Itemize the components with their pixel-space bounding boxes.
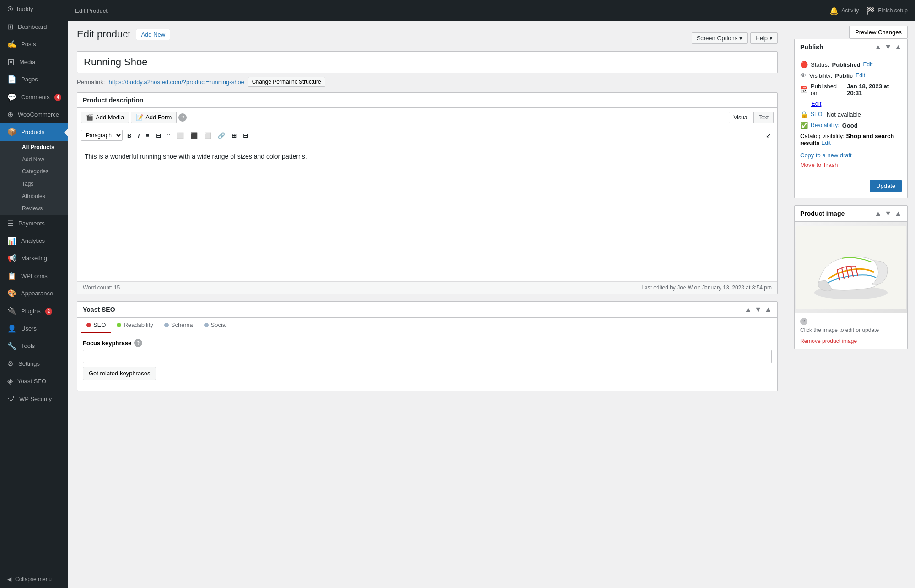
editor-help-icon[interactable]: ? [178,113,187,122]
catalog-edit-link[interactable]: Edit [821,140,831,146]
product-image-header[interactable]: Product image ▲ ▼ ▲ [795,206,907,222]
product-description-box: Product description 🎬 Add Media 📝 Add Fo… [77,92,778,294]
bold-button[interactable]: B [124,130,134,141]
add-media-button[interactable]: 🎬 Add Media [81,112,129,123]
sidebar-item-posts[interactable]: ✍ Posts [0,36,68,53]
sidebar-item-appearance[interactable]: 🎨 Appearance [0,285,68,302]
readability-label-link[interactable]: Readability: [811,122,840,128]
add-form-button[interactable]: 📝 Add Form [131,112,177,123]
collapse-menu[interactable]: ◀ Collapse menu [0,571,68,588]
activity-button[interactable]: 🔔 Activity [829,6,859,15]
yoast-collapse-down-icon[interactable]: ▼ [754,305,762,314]
sidebar-item-marketing[interactable]: 📢 Marketing [0,250,68,267]
publish-box-header[interactable]: Publish ▲ ▼ ▲ [795,39,907,55]
right-panel: Preview Changes Publish ▲ ▼ ▲ 🔴 Status: [787,21,915,588]
align-left-button[interactable]: ⬜ [174,130,187,141]
yoast-tab-schema-label: Schema [171,321,193,328]
remove-product-image-button[interactable]: Remove product image [795,338,862,349]
sidebar-item-users[interactable]: 👤 Users [0,320,68,337]
yoast-minimize-icon[interactable]: ▲ [764,305,772,314]
finish-setup-button[interactable]: 🏁 Finish setup [866,6,908,15]
sidebar-item-yoast-seo[interactable]: ◈ Yoast SEO [0,373,68,390]
sidebar-item-settings[interactable]: ⚙ Settings [0,355,68,373]
sidebar-item-dashboard[interactable]: ⊞ Dashboard [0,18,68,36]
format-select[interactable]: Paragraph Heading 1 Heading 2 [81,130,123,141]
yoast-tab-seo[interactable]: SEO [81,318,111,333]
help-button[interactable]: Help ▾ [750,32,778,44]
product-title-input[interactable]: Running Shoe [77,51,778,73]
visibility-row: 👁 Visibility: Public Edit [800,72,902,79]
sidebar-item-plugins[interactable]: 🔌 Plugins 2 [0,302,68,320]
fullscreen-button[interactable]: ⤢ [763,130,774,141]
sidebar-item-payments[interactable]: ☰ Payments [0,215,68,232]
sidebar-item-label: Media [19,58,35,66]
align-right-button[interactable]: ⬜ [201,130,214,141]
sub-item-label: Tags [22,180,33,188]
sidebar-item-pages[interactable]: 📄 Pages [0,71,68,88]
plugins-icon: 🔌 [7,306,16,316]
sidebar-subitem-categories[interactable]: Categories [15,166,68,178]
sidebar-arrow [64,129,68,136]
text-tab[interactable]: Text [754,112,774,123]
publish-collapse-up-icon[interactable]: ▲ [874,43,882,51]
sidebar-item-comments[interactable]: 💬 Comments 4 [0,89,68,106]
description-box-header[interactable]: Product description [77,93,777,108]
sidebar-item-media[interactable]: 🖼 Media [0,53,68,71]
keyphrase-help-icon[interactable]: ? [134,339,142,347]
product-image-help-icon[interactable]: ? [800,318,807,325]
yoast-tab-readability[interactable]: Readability [111,318,158,333]
more-button[interactable]: ⊟ [240,130,251,141]
screen-options-button[interactable]: Screen Options ▾ [692,32,748,44]
status-edit-link[interactable]: Edit [863,61,873,68]
publish-collapse-down-icon[interactable]: ▼ [884,43,892,51]
media-actions: 🎬 Add Media 📝 Add Form ? [81,112,725,123]
italic-button[interactable]: I [135,130,142,141]
sidebar-item-wp-security[interactable]: 🛡 WP Security [0,390,68,407]
publish-minimize-icon[interactable]: ▲ [894,43,902,51]
visibility-edit-link[interactable]: Edit [856,72,865,79]
update-button[interactable]: Update [870,180,902,192]
blockquote-button[interactable]: " [165,130,173,141]
yoast-tab-schema[interactable]: Schema [159,318,199,333]
sidebar-subitem-reviews[interactable]: Reviews [15,203,68,215]
yoast-header[interactable]: Yoast SEO ▲ ▼ ▲ [77,302,777,318]
editor-content[interactable]: This is a wonderful running shoe with a … [77,144,777,281]
yoast-collapse-up-icon[interactable]: ▲ [744,305,752,314]
sidebar-item-label: Settings [18,360,40,368]
yoast-tab-social[interactable]: Social [199,318,232,333]
focus-keyphrase-input[interactable] [83,350,772,363]
sidebar-item-analytics[interactable]: 📊 Analytics [0,232,68,250]
yoast-tab-seo-label: SEO [93,321,106,328]
add-new-button[interactable]: Add New [136,29,170,40]
table-button[interactable]: ⊞ [229,130,239,141]
image-collapse-up-icon[interactable]: ▲ [874,209,882,218]
content-wrapper: Edit product Add New Screen Options ▾ He… [68,21,915,588]
change-permalink-button[interactable]: Change Permalink Structure [248,77,325,87]
unordered-list-button[interactable]: ≡ [143,130,152,141]
move-trash-button[interactable]: Move to Trash [800,161,838,168]
sidebar-subitem-all-products[interactable]: All Products [15,141,68,154]
align-center-button[interactable]: ⬛ [188,130,200,141]
sidebar-item-woocommerce[interactable]: ⊕ WooCommerce [0,106,68,123]
permalink-row: Permalink: https://buddy.a2hosted.com/?p… [77,77,778,87]
permalink-url[interactable]: https://buddy.a2hosted.com/?product=runn… [108,79,244,86]
image-collapse-down-icon[interactable]: ▼ [884,209,892,218]
copy-draft-button[interactable]: Copy to a new draft [800,152,852,159]
sidebar-item-tools[interactable]: 🔧 Tools [0,337,68,355]
ordered-list-button[interactable]: ⊟ [153,130,164,141]
sidebar-subitem-add-new[interactable]: Add New [15,154,68,166]
sidebar-subitem-tags[interactable]: Tags [15,178,68,190]
preview-changes-button[interactable]: Preview Changes [849,26,908,39]
visual-tab[interactable]: Visual [729,112,754,123]
sidebar-subitem-attributes[interactable]: Attributes [15,190,68,203]
seo-label-link[interactable]: SEO: [811,111,824,118]
sidebar-item-wpforms[interactable]: 📋 WPForms [0,267,68,285]
get-related-keyphrases-button[interactable]: Get related keyphrases [83,367,156,380]
published-edit-link[interactable]: Edit [811,100,821,107]
sidebar-item-label: WPForms [21,272,48,280]
status-icon: 🔴 [800,61,808,68]
product-image-thumbnail[interactable] [795,222,907,313]
image-minimize-icon[interactable]: ▲ [894,209,902,218]
link-button[interactable]: 🔗 [215,130,228,141]
sidebar-item-products[interactable]: 📦 Products [0,123,68,141]
